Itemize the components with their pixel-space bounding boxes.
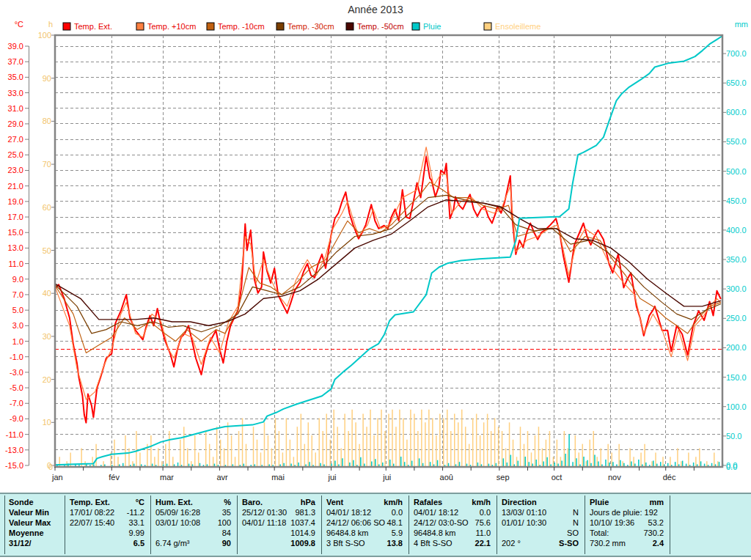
table-divider bbox=[4, 495, 5, 554]
col-value: S-SO bbox=[527, 539, 579, 548]
annual-weather-chart: Année 2013Temp. Ext.Temp. +10cmTemp. -10… bbox=[0, 0, 751, 487]
gridlines bbox=[55, 35, 722, 467]
col-value: 22.1 bbox=[439, 539, 491, 548]
mm-tick-label: 400.0 bbox=[726, 226, 747, 235]
col-header: Direction bbox=[502, 498, 537, 507]
table-divider bbox=[321, 495, 322, 554]
month-label: jan bbox=[51, 473, 63, 482]
col-unit: % bbox=[180, 498, 231, 507]
temp-tick-label: 15.0 bbox=[8, 228, 23, 237]
legend-label: Temp. Ext. bbox=[74, 22, 112, 31]
col-value: N bbox=[527, 518, 579, 528]
temp-tick-label: -15.0 bbox=[5, 461, 23, 470]
month-label: avr bbox=[216, 473, 228, 482]
series-pluie-cumul- bbox=[55, 36, 722, 465]
col-unit: km/h bbox=[439, 498, 491, 507]
hours-tick-label: 100 bbox=[38, 31, 51, 40]
col-value: N bbox=[527, 508, 579, 517]
col-unit: mm bbox=[612, 498, 664, 507]
col-unit: °C bbox=[93, 498, 144, 507]
col-value: 5.9 bbox=[351, 528, 403, 538]
temp-tick-label: 37.0 bbox=[8, 57, 23, 66]
plot-border bbox=[55, 35, 722, 467]
row-label: Valeur Max bbox=[9, 518, 51, 528]
col-unit: km/h bbox=[351, 498, 403, 507]
col-value-left: Jours de pluie: 192 bbox=[590, 508, 658, 517]
mm-tick-label: 100.0 bbox=[726, 402, 747, 411]
hours-tick-label: 90 bbox=[43, 74, 51, 83]
table-divider bbox=[409, 495, 409, 554]
mm-tick-label: 500.0 bbox=[726, 167, 747, 176]
hours-tick-label: 30 bbox=[43, 332, 51, 341]
col-value: 90 bbox=[180, 539, 231, 548]
row-label: 31/12/ bbox=[9, 539, 32, 548]
mm-tick-label: 300.0 bbox=[726, 284, 747, 293]
temp-tick-label: 11.0 bbox=[8, 259, 23, 268]
temp-axis bbox=[25, 46, 29, 465]
temp-tick-label: -9.0 bbox=[10, 414, 23, 423]
legend-label: Pluie bbox=[423, 22, 441, 31]
col-value: 0.0 bbox=[351, 508, 403, 517]
temp-tick-label: 21.0 bbox=[8, 182, 23, 191]
col-value: 11.0 bbox=[439, 528, 491, 538]
mm-tick-label: 550.0 bbox=[726, 137, 747, 146]
table-divider bbox=[150, 495, 151, 554]
col-value: 48.1 bbox=[351, 518, 403, 528]
col-value: 84 bbox=[180, 528, 231, 538]
temp-tick-label: 27.0 bbox=[8, 135, 23, 144]
col-value: 100 bbox=[180, 518, 231, 528]
row-label: Moyenne bbox=[9, 528, 44, 538]
col-value: 1037.4 bbox=[264, 518, 315, 528]
col-header: Baro. bbox=[242, 498, 263, 507]
month-label: jui bbox=[327, 473, 336, 482]
temp-tick-label: -5.0 bbox=[10, 383, 23, 392]
col-value: 730.2 bbox=[612, 528, 664, 538]
temp-tick-label: -7.0 bbox=[10, 399, 23, 408]
legend-label: Temp. -50cm bbox=[357, 22, 404, 31]
mm-tick-label: 50.0 bbox=[726, 432, 741, 441]
table-divider bbox=[585, 495, 585, 554]
temp-tick-label: -13.0 bbox=[5, 446, 23, 454]
legend-swatch-6 bbox=[412, 23, 420, 30]
temp-tick-label: -1.0 bbox=[10, 353, 23, 361]
weather-year-page: Année 2013Temp. Ext.Temp. +10cmTemp. -10… bbox=[0, 0, 751, 560]
temp-tick-label: 3.0 bbox=[12, 321, 23, 330]
temp-tick-label: 9.0 bbox=[12, 275, 23, 284]
mm-tick-label: 650.0 bbox=[726, 78, 747, 87]
month-label: oct bbox=[552, 473, 563, 482]
hours-tick-label: 40 bbox=[43, 289, 51, 298]
mm-tick-label: 700.0 bbox=[726, 49, 747, 58]
mm-tick-label: 450.0 bbox=[726, 196, 747, 205]
month-label: jui bbox=[382, 473, 391, 482]
temp-axis-unit: °C bbox=[15, 20, 23, 29]
mm-tick-label: 250.0 bbox=[726, 314, 747, 323]
mm-tick-label: 150.0 bbox=[726, 373, 747, 382]
temp-tick-label: 23.0 bbox=[8, 166, 23, 174]
hours-tick-label: 60 bbox=[43, 203, 51, 212]
col-value-left: Total: bbox=[590, 528, 609, 538]
legend-swatch-7 bbox=[484, 23, 491, 30]
col-value: 1014.9 bbox=[264, 528, 315, 538]
temp-tick-label: 19.0 bbox=[8, 197, 23, 206]
col-header: Vent bbox=[326, 498, 343, 507]
temp-tick-label: -11.0 bbox=[6, 430, 23, 439]
legend-label: Temp. -30cm bbox=[287, 22, 334, 31]
mm-axis-unit: mm bbox=[735, 20, 748, 29]
month-label: sep bbox=[497, 473, 510, 482]
col-value: 1009.8 bbox=[264, 539, 315, 548]
hours-tick-label: 80 bbox=[43, 117, 51, 125]
series-temp-50cm bbox=[55, 200, 721, 326]
hours-zero-label: 0 bbox=[48, 463, 53, 471]
legend-swatch-1 bbox=[63, 23, 70, 30]
temp-tick-label: 35.0 bbox=[8, 73, 23, 81]
hours-tick-label: 20 bbox=[43, 375, 51, 384]
col-header: Rafales bbox=[414, 498, 442, 507]
col-value: 0.0 bbox=[439, 508, 491, 517]
legend-swatch-4 bbox=[276, 23, 284, 30]
legend-swatch-5 bbox=[346, 23, 353, 30]
row-label: Valeur Min bbox=[9, 508, 49, 517]
col-header: Pluie bbox=[590, 498, 609, 507]
col-value: 33.1 bbox=[93, 518, 144, 528]
month-label: aoû bbox=[440, 473, 453, 482]
col-value: SO bbox=[527, 528, 579, 538]
